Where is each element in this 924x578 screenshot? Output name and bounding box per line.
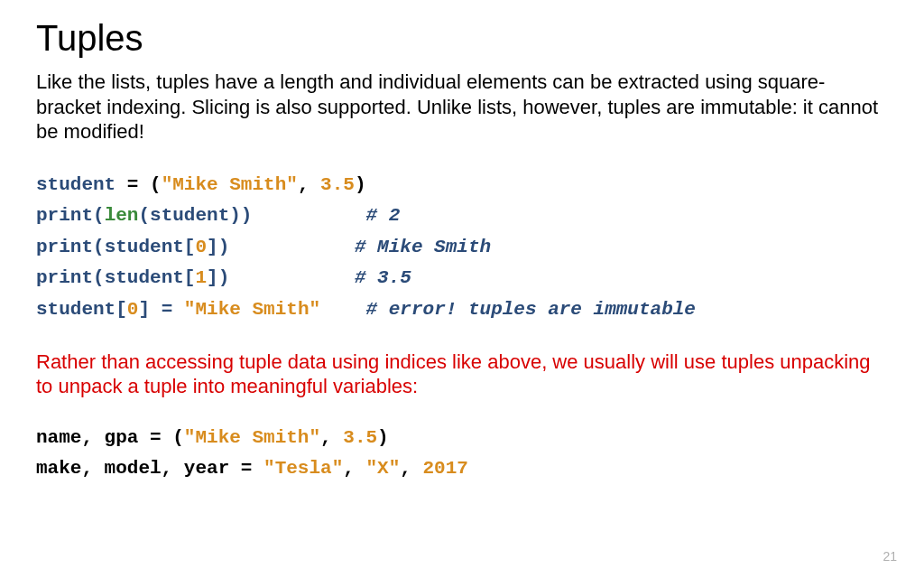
code-token: , — [400, 458, 422, 479]
slide-title: Tuples — [36, 18, 888, 59]
code-token: "Tesla" — [263, 458, 343, 479]
code-token: len — [105, 205, 139, 226]
code-token: 1 — [195, 267, 207, 288]
code-token: make, model, year = — [36, 458, 263, 479]
code-line: print(student[1]) # 3.5 — [36, 263, 888, 294]
code-comment: # 2 — [366, 205, 401, 226]
code-token: print( — [36, 267, 105, 288]
code-token: print( — [36, 237, 105, 257]
code-token: [ — [184, 237, 196, 257]
code-token — [320, 299, 365, 320]
code-token: name, gpa = ( — [36, 427, 184, 448]
code-line: name, gpa = ("Mike Smith", 3.5) — [36, 423, 888, 454]
code-comment: # Mike Smith — [355, 237, 491, 257]
code-token: student — [105, 267, 184, 288]
code-token: 0 — [195, 237, 207, 257]
intro-paragraph: Like the lists, tuples have a length and… — [36, 70, 888, 144]
code-token: "Mike Smith" — [162, 174, 298, 195]
code-comment: # error! tuples are immutable — [366, 299, 696, 320]
code-token: ]) — [207, 267, 355, 288]
code-token: 3.5 — [320, 174, 355, 195]
page-number: 21 — [882, 549, 897, 564]
code-token: , — [298, 174, 320, 195]
code-token: ]) — [207, 237, 355, 257]
code-token: "X" — [365, 458, 400, 479]
code-token: , — [343, 458, 365, 479]
code-token: student — [36, 174, 127, 195]
code-token: ) — [355, 174, 366, 195]
code-token: "Mike Smith" — [184, 299, 320, 320]
mid-paragraph: Rather than accessing tuple data using i… — [36, 350, 888, 399]
code-token: )) — [229, 205, 365, 226]
code-token: 2017 — [423, 458, 468, 479]
code-line: print(student[0]) # Mike Smith — [36, 232, 888, 264]
code-line: student = ("Mike Smith", 3.5) — [36, 170, 888, 201]
code-token: ) — [377, 427, 389, 448]
code-token: , — [320, 427, 343, 448]
code-token: student — [150, 205, 229, 226]
code-token: ] = — [138, 299, 183, 320]
code-token: student — [36, 299, 116, 320]
code-line: make, model, year = "Tesla", "X", 2017 — [36, 453, 888, 485]
code-token: = ( — [127, 174, 162, 195]
code-token: print( — [36, 205, 105, 226]
code-token: [ — [116, 299, 127, 320]
code-line: student[0] = "Mike Smith" # error! tuple… — [36, 294, 888, 326]
code-line: print(len(student)) # 2 — [36, 200, 888, 232]
code-block-1: student = ("Mike Smith", 3.5) print(len(… — [36, 170, 888, 326]
code-token: 3.5 — [343, 427, 377, 448]
code-token: 0 — [127, 299, 139, 320]
code-comment: # 3.5 — [355, 267, 411, 288]
code-token: student — [105, 237, 184, 257]
code-token: "Mike Smith" — [184, 427, 320, 448]
code-block-2: name, gpa = ("Mike Smith", 3.5) make, mo… — [36, 423, 888, 485]
code-token: ( — [138, 205, 150, 226]
code-token: [ — [184, 267, 196, 288]
